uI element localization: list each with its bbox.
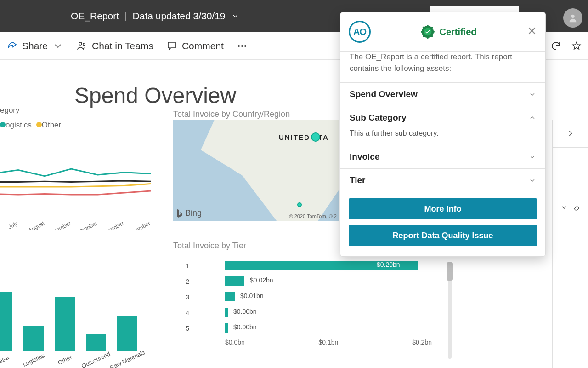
- map-bubble[interactable]: [311, 132, 320, 142]
- svg-point-16: [433, 31, 435, 33]
- close-button[interactable]: [527, 26, 537, 38]
- svg-text:November: November: [99, 220, 124, 230]
- svg-point-2: [83, 43, 85, 45]
- teams-icon: [76, 40, 87, 52]
- svg-point-1: [79, 42, 82, 45]
- axis-tick: $0.1bn: [319, 339, 339, 346]
- column-label: Raw Materials: [109, 349, 146, 368]
- svg-point-18: [421, 31, 423, 33]
- share-icon: [6, 40, 17, 52]
- map-bubble[interactable]: [297, 202, 302, 207]
- tier-row[interactable]: 5$0.00bn: [179, 320, 450, 336]
- chevron-down-icon[interactable]: [52, 40, 63, 52]
- section-tier[interactable]: Tier: [340, 169, 545, 192]
- chat-teams-label: Chat in Teams: [92, 40, 153, 52]
- ao-text: AO: [353, 27, 366, 37]
- section-spend-overview[interactable]: Spend Overview: [340, 83, 545, 106]
- rail-filter-icons: [560, 203, 581, 212]
- svg-point-19: [423, 27, 424, 29]
- bing-icon: [176, 209, 183, 218]
- chevron-up-icon: [529, 114, 536, 121]
- more-info-button[interactable]: More Info: [349, 198, 537, 219]
- svg-point-17: [427, 37, 429, 39]
- map-visual[interactable]: UNITED STA Bing © 2020 TomTom, © 2: [173, 120, 339, 221]
- svg-text:December: December: [126, 220, 151, 230]
- tier-category: 2: [179, 277, 198, 285]
- chevron-down-icon[interactable]: [560, 203, 568, 212]
- column-bar: [23, 326, 44, 351]
- favorite-icon[interactable]: [571, 41, 582, 51]
- tier-row[interactable]: 4$0.00bn: [179, 305, 450, 320]
- line-chart[interactable]: JuneJulyAugustSeptemberOctoberNovemberDe…: [0, 147, 156, 230]
- legend-dot: [0, 122, 6, 127]
- column[interactable]: cat-a: [0, 292, 14, 363]
- comment-label: Comment: [182, 40, 224, 52]
- legend-label: ogistics: [6, 121, 32, 129]
- section-invoice[interactable]: Invoice: [340, 145, 545, 168]
- page-title: Spend Overview: [74, 83, 236, 108]
- tier-value-label: $0.20bn: [377, 261, 400, 268]
- column-chart[interactable]: cat-aLogisticsOtherOutsourcedRaw Materia…: [0, 271, 142, 363]
- legend-label: Other: [42, 121, 62, 129]
- sub-category-body: This a further sub category.: [340, 129, 545, 145]
- tier-category: 4: [179, 309, 198, 316]
- more-options-button[interactable]: [237, 40, 248, 52]
- column-bar: [117, 316, 137, 351]
- svg-point-22: [423, 35, 424, 37]
- share-label: Share: [22, 40, 48, 52]
- report-title-block[interactable]: OE_Report | Data updated 3/30/19: [71, 11, 239, 22]
- ao-badge: AO: [349, 21, 371, 43]
- column[interactable]: Raw Materials: [116, 316, 139, 363]
- column-label: Outsourced: [80, 351, 111, 368]
- category-legend: egory ogisticsOther: [0, 106, 66, 130]
- refresh-icon[interactable]: [550, 40, 561, 52]
- person-icon: [568, 13, 578, 23]
- legend-dot: [36, 122, 42, 127]
- svg-point-5: [244, 45, 246, 47]
- column[interactable]: Other: [53, 297, 76, 363]
- report-name: OE_Report: [71, 11, 119, 22]
- tier-chart-title: Total Invoice by Tier: [173, 241, 246, 251]
- right-rail: [552, 120, 588, 368]
- chevron-down-icon: [529, 91, 536, 98]
- expand-icon[interactable]: [566, 129, 575, 138]
- slider-handle[interactable]: [447, 262, 453, 281]
- chevron-down-icon[interactable]: [231, 12, 239, 20]
- eraser-icon[interactable]: [573, 203, 581, 212]
- data-updated: Data updated 3/30/19: [133, 11, 226, 22]
- certified-label: Certified: [439, 27, 476, 37]
- report-issue-button[interactable]: Report Data Quality Issue: [349, 225, 537, 246]
- share-button[interactable]: Share: [6, 40, 63, 52]
- section-sub-category[interactable]: Sub Category: [340, 106, 545, 129]
- column-label: Logistics: [22, 352, 45, 368]
- svg-point-15: [427, 25, 429, 27]
- column-label: Other: [57, 354, 73, 366]
- map-title: Total Invoice by Country/Region: [173, 109, 290, 119]
- close-icon: [527, 26, 537, 36]
- popover-header: AO Certified: [340, 12, 545, 51]
- tier-row[interactable]: 2$0.02bn: [179, 273, 450, 289]
- map-copyright: © 2020 TomTom, © 2: [289, 213, 337, 219]
- tier-bar-chart[interactable]: 1$0.20bn2$0.02bn3$0.01bn4$0.00bn5$0.00bn…: [179, 258, 450, 346]
- tier-row[interactable]: 3$0.01bn: [179, 289, 450, 305]
- legend-row: ogisticsOther: [0, 121, 66, 130]
- rail-divider: [553, 147, 588, 148]
- bing-label: Bing: [185, 208, 202, 218]
- tier-slider[interactable]: [448, 262, 452, 359]
- comment-button[interactable]: Comment: [166, 40, 224, 52]
- chevron-down-icon: [529, 153, 536, 161]
- section-title: Tier: [350, 175, 366, 185]
- svg-point-4: [241, 45, 243, 47]
- svg-text:September: September: [45, 220, 72, 230]
- tier-value-label: $0.01bn: [240, 292, 264, 299]
- user-avatar[interactable]: [563, 8, 582, 28]
- chat-teams-button[interactable]: Chat in Teams: [76, 40, 153, 52]
- tier-category: 5: [179, 324, 198, 332]
- tier-row[interactable]: 1$0.20bn: [179, 258, 450, 273]
- column[interactable]: Logistics: [22, 326, 45, 363]
- column[interactable]: Outsourced: [85, 334, 107, 364]
- svg-point-0: [571, 15, 574, 18]
- comment-icon: [166, 40, 177, 52]
- certified-seal-icon: [421, 25, 435, 39]
- tier-bar: [225, 276, 244, 286]
